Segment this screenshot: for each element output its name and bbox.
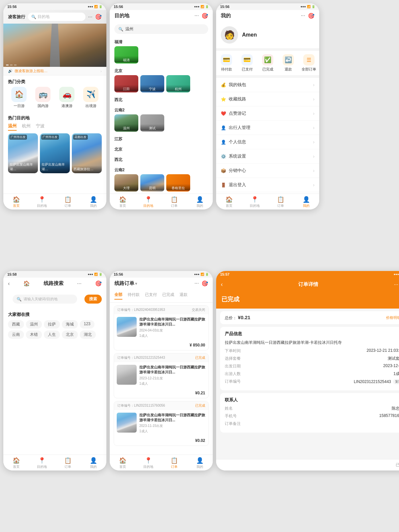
tab4-mine[interactable]: 👤 我的: [81, 455, 107, 470]
order-tab-pending[interactable]: 💳 待付款: [216, 54, 237, 72]
tag-mucuo[interactable]: 木错: [26, 331, 42, 339]
tab4-home[interactable]: 🏠 首页: [3, 455, 29, 470]
tab-home[interactable]: 🏠 首页: [3, 194, 29, 209]
dest-thumb-dali[interactable]: 大理: [114, 174, 138, 192]
detail-more-icon[interactable]: ···: [394, 282, 398, 288]
tab3-mine[interactable]: 👤 我的: [294, 194, 320, 209]
dest-thumb-fuqing[interactable]: 福清: [114, 46, 138, 64]
tab3-orders[interactable]: 📋 订单: [268, 194, 294, 209]
dest-card-1[interactable]: 广州市出发 拉萨出发山南羊湖…: [8, 133, 38, 173]
price-detail-link[interactable]: 价格明细 >: [386, 315, 399, 320]
tab-orders[interactable]: 📋 订单: [55, 194, 81, 209]
home-camera-icon[interactable]: 🎯: [95, 14, 102, 20]
order-card-2[interactable]: 订单编号：LIN20231221525443 已完成 拉萨出发山南羊湖纯玩一日游…: [114, 353, 209, 398]
dest-thumb-hangzhou[interactable]: 杭州: [166, 75, 190, 92]
filter-done[interactable]: 已完成: [162, 292, 174, 300]
order-tab-done[interactable]: ✅ 已完成: [257, 54, 278, 72]
order-card-1[interactable]: 订单编号：LIN20240403951953 交易关闭 拉萨出发山南羊湖纯玩一日…: [114, 305, 209, 350]
app-logo: 凌客旅行: [8, 14, 25, 20]
target-icon-dest[interactable]: 🎯: [201, 13, 208, 19]
dest-section-yunnan2b: 云南2 大理 昆明 香格里拉: [110, 165, 213, 194]
more-icon-dest[interactable]: ···: [195, 13, 199, 19]
tab5-dest[interactable]: 📍 目的地: [136, 455, 162, 470]
hot-tab-ningbo[interactable]: 宁波: [36, 123, 45, 131]
tab2-dest[interactable]: 📍 目的地: [136, 194, 162, 209]
route-search-input[interactable]: 🔍 请输入关键词/目的地: [13, 295, 77, 304]
menu-profile[interactable]: 👤 个人信息 ›: [216, 135, 319, 149]
filter-all[interactable]: 全部: [114, 292, 122, 300]
filter-pending[interactable]: 待付款: [128, 292, 140, 300]
time-mine: 15:56: [220, 5, 229, 9]
copy-order-button[interactable]: 复制: [393, 379, 399, 384]
route-search-button[interactable]: 搜索: [84, 295, 102, 304]
tag-yunnan[interactable]: 云南: [8, 331, 24, 339]
detail-back-icon[interactable]: ‹: [221, 281, 223, 288]
target-icon-search[interactable]: 🎯: [95, 280, 102, 287]
tab-home-icon: 🏠: [13, 196, 20, 203]
order-tab-paid[interactable]: 💳 已支付: [237, 54, 257, 72]
cat-domestic[interactable]: 🚌 国内游: [32, 87, 54, 108]
home-search[interactable]: 🔍 目的地: [28, 13, 85, 21]
menu-logout[interactable]: 🚪 退出登入 ›: [216, 178, 319, 192]
user-avatar[interactable]: 🧑: [221, 26, 238, 44]
order-tab-all[interactable]: ☰ 全部订单: [299, 54, 319, 72]
tag-xizang[interactable]: 西藏: [8, 320, 24, 329]
tab-mine[interactable]: 👤 我的: [81, 194, 107, 209]
tab-dest[interactable]: 📍 目的地: [29, 194, 55, 209]
dest-card-3[interactable]: 花都出发 西藏旅游拉…: [72, 133, 102, 173]
contact-section-title: 联系人: [225, 397, 399, 403]
cat-one-day[interactable]: 🏠 一日游: [8, 87, 30, 108]
dest-search-bar[interactable]: 🔍 温州: [114, 24, 208, 34]
tab2-home[interactable]: 🏠 首页: [110, 194, 136, 209]
dest-card-2[interactable]: 广州市出发 拉萨出发山南羊湖…: [40, 133, 70, 173]
dest-thumb-kunming[interactable]: 昆明: [140, 174, 164, 192]
tag-beijing[interactable]: 北京: [62, 331, 78, 339]
dest-thumb-jiangtiian[interactable]: 江田: [114, 75, 138, 92]
tab2-mine[interactable]: 👤 我的: [187, 194, 213, 209]
tag-rensheng[interactable]: 人生: [44, 331, 60, 339]
menu-distribution[interactable]: 📦 分销中心 ›: [216, 164, 319, 178]
total-price: ¥0.21: [238, 315, 250, 320]
person-icon: 👤: [221, 125, 226, 130]
tab3-dest[interactable]: 📍 目的地: [242, 194, 268, 209]
target-icon-mine[interactable]: 🎯: [308, 13, 315, 19]
filter-refund[interactable]: 退款: [180, 292, 188, 300]
cat-overseas[interactable]: ✈️ 出境游: [80, 87, 102, 108]
tag-wenzhou[interactable]: 温州: [26, 320, 42, 329]
order-tab-refund[interactable]: ↩️ 退款: [278, 54, 299, 72]
tab5-orders[interactable]: 📋 订单: [161, 455, 187, 470]
tab5-home[interactable]: 🏠 首页: [110, 455, 136, 470]
order-card-3[interactable]: 订单编号：LIN20231115760056 已完成 拉萨出发山南羊湖纯玩一日游…: [114, 401, 209, 446]
cat-hk-macao[interactable]: 🚗 港澳游: [56, 87, 78, 108]
menu-settings[interactable]: ⚙️ 系统设置 ›: [216, 149, 319, 164]
menu-travelers[interactable]: 👤 出行人管理 ›: [216, 121, 319, 135]
orders-dropdown-icon[interactable]: ▼: [134, 282, 138, 286]
search-icon-route: 🔍: [17, 297, 22, 302]
home-icon-search[interactable]: 🏠: [23, 280, 30, 287]
tab3-home[interactable]: 🏠 首页: [216, 194, 242, 209]
tab5-mine[interactable]: 👤 我的: [187, 455, 213, 470]
hot-tab-wenzhou[interactable]: 温州: [8, 123, 17, 131]
menu-routes[interactable]: ⭐ 收藏线路 ›: [216, 92, 319, 106]
tag-haicheng[interactable]: 海城: [62, 320, 78, 329]
tag-lasa[interactable]: 拉萨: [44, 320, 60, 329]
filter-paid[interactable]: 已支付: [145, 292, 157, 300]
back-icon-search[interactable]: ‹: [8, 281, 10, 287]
dest-thumb-wenzhou[interactable]: 温州: [114, 114, 138, 132]
home-more-icon[interactable]: ···: [88, 14, 92, 20]
dest-thumb-ningbo[interactable]: 宁波: [140, 75, 164, 92]
more-icon-mine[interactable]: ···: [301, 13, 305, 19]
more-icon-orders[interactable]: ···: [195, 280, 199, 287]
tab2-orders[interactable]: 📋 订单: [161, 194, 187, 209]
tab4-dest[interactable]: 📍 目的地: [29, 455, 55, 470]
dest-thumb-xianggelila[interactable]: 香格里拉: [166, 174, 190, 192]
tag-123[interactable]: 123: [80, 320, 94, 329]
hot-tab-hangzhou[interactable]: 杭州: [22, 123, 31, 131]
target-icon-orders[interactable]: 🎯: [201, 280, 208, 287]
tag-hubei[interactable]: 湖北: [80, 331, 96, 339]
menu-wallet[interactable]: 💰 我的钱包 ›: [216, 78, 319, 92]
menu-notes[interactable]: ❤️ 点赞游记 ›: [216, 106, 319, 121]
dest-thumb-ceshi[interactable]: 测试: [140, 114, 164, 132]
more-icon-search[interactable]: ···: [77, 281, 81, 287]
tab4-orders[interactable]: 📋 订单: [55, 455, 81, 470]
